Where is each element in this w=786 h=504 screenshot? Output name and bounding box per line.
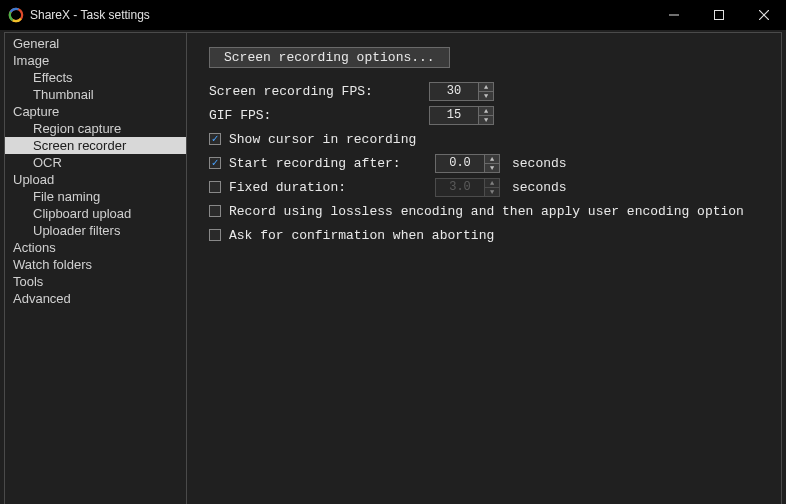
ask-confirm-label: Ask for confirmation when aborting [229,228,494,243]
sidebar-item-clipboard-upload[interactable]: Clipboard upload [5,205,186,222]
start-after-up-button[interactable]: ▲ [485,155,499,164]
fixed-duration-suffix: seconds [512,180,567,195]
fixed-duration-checkbox[interactable]: ✓ [209,181,221,193]
gif-fps-input[interactable] [430,107,478,124]
start-after-input[interactable] [436,155,484,172]
screen-recording-options-button[interactable]: Screen recording options... [209,47,450,68]
fps-up-button[interactable]: ▲ [479,83,493,92]
gif-fps-down-button[interactable]: ▼ [479,116,493,124]
start-after-down-button[interactable]: ▼ [485,164,499,172]
main-panel: Screen recording options... Screen recor… [187,33,781,504]
sidebar-item-effects[interactable]: Effects [5,69,186,86]
sidebar-item-screen-recorder[interactable]: Screen recorder [5,137,186,154]
sidebar-item-file-naming[interactable]: File naming [5,188,186,205]
show-cursor-label: Show cursor in recording [229,132,416,147]
sidebar-item-uploader-filters[interactable]: Uploader filters [5,222,186,239]
sidebar-item-capture[interactable]: Capture [5,103,186,120]
sidebar-item-tools[interactable]: Tools [5,273,186,290]
fixed-duration-down-button: ▼ [485,188,499,196]
fixed-duration-input [436,179,484,196]
start-after-label: Start recording after: [229,156,435,171]
maximize-button[interactable] [696,0,741,30]
start-after-suffix: seconds [512,156,567,171]
sidebar-item-image[interactable]: Image [5,52,186,69]
sidebar-item-watch-folders[interactable]: Watch folders [5,256,186,273]
sidebar-item-general[interactable]: General [5,35,186,52]
maximize-icon [714,10,724,20]
fixed-duration-up-button: ▲ [485,179,499,188]
sidebar-item-upload[interactable]: Upload [5,171,186,188]
fps-stepper[interactable]: ▲ ▼ [429,82,494,101]
ask-confirm-checkbox[interactable]: ✓ [209,229,221,241]
close-button[interactable] [741,0,786,30]
fps-input[interactable] [430,83,478,100]
sidebar-item-actions[interactable]: Actions [5,239,186,256]
close-icon [759,10,769,20]
settings-sidebar: GeneralImageEffectsThumbnailCaptureRegio… [5,33,187,504]
fps-label: Screen recording FPS: [209,84,429,99]
lossless-checkbox[interactable]: ✓ [209,205,221,217]
window-title: ShareX - Task settings [30,8,150,22]
show-cursor-checkbox[interactable]: ✓ [209,133,221,145]
start-after-checkbox[interactable]: ✓ [209,157,221,169]
fixed-duration-label: Fixed duration: [229,180,435,195]
minimize-button[interactable] [651,0,696,30]
lossless-label: Record using lossless encoding and then … [229,204,744,219]
gif-fps-up-button[interactable]: ▲ [479,107,493,116]
minimize-icon [669,10,679,20]
fps-down-button[interactable]: ▼ [479,92,493,100]
start-after-stepper[interactable]: ▲ ▼ [435,154,500,173]
gif-fps-stepper[interactable]: ▲ ▼ [429,106,494,125]
sidebar-item-advanced[interactable]: Advanced [5,290,186,307]
sidebar-item-thumbnail[interactable]: Thumbnail [5,86,186,103]
fixed-duration-stepper: ▲ ▼ [435,178,500,197]
sidebar-item-ocr[interactable]: OCR [5,154,186,171]
gif-fps-label: GIF FPS: [209,108,429,123]
sidebar-item-region-capture[interactable]: Region capture [5,120,186,137]
sharex-icon [8,7,24,23]
titlebar: ShareX - Task settings [0,0,786,30]
svg-rect-5 [714,11,723,20]
